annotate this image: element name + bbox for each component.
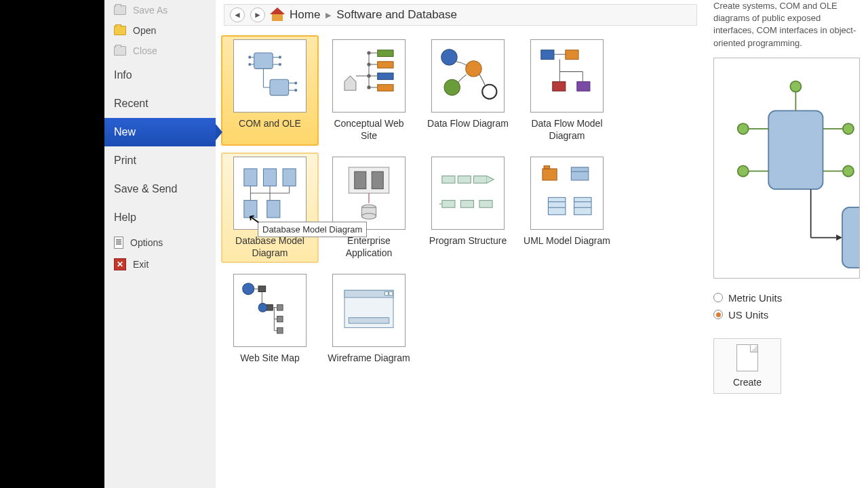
svg-point-15	[294, 89, 297, 92]
menu-info[interactable]: Info	[104, 61, 216, 89]
svg-rect-70	[548, 197, 565, 214]
menu-close: Close	[104, 41, 216, 61]
svg-rect-92	[389, 291, 393, 295]
menu-save-send[interactable]: Save & Send	[104, 175, 216, 203]
svg-rect-64	[479, 201, 492, 208]
template-label: Conceptual Web Site	[324, 118, 414, 142]
svg-point-101	[843, 123, 854, 134]
template-thumb	[530, 39, 604, 113]
nav-back-button[interactable]: ◄	[230, 7, 245, 22]
svg-point-31	[466, 61, 481, 77]
svg-rect-19	[378, 85, 393, 92]
chevron-right-icon: ▶	[326, 11, 331, 20]
svg-point-76	[243, 283, 254, 295]
svg-rect-45	[283, 169, 296, 186]
svg-rect-60	[458, 176, 471, 184]
template-thumb	[530, 157, 604, 230]
template-label: Enterprise Application	[324, 235, 414, 259]
svg-rect-73	[574, 197, 591, 214]
svg-rect-18	[378, 73, 393, 80]
svg-rect-59	[442, 176, 455, 184]
radio-metric-units[interactable]: Metric Units	[713, 289, 860, 306]
svg-rect-43	[244, 169, 257, 186]
template-program-structure[interactable]: Program Structure	[419, 152, 517, 263]
svg-rect-77	[258, 286, 266, 291]
svg-rect-17	[378, 62, 393, 68]
menu-recent[interactable]: Recent	[104, 89, 216, 118]
svg-point-32	[444, 79, 460, 95]
svg-point-11	[279, 63, 281, 66]
menu-options[interactable]: Options	[104, 232, 216, 253]
template-enterprise-application[interactable]: Enterprise Application	[320, 152, 418, 263]
menu-print[interactable]: Print	[104, 146, 216, 175]
breadcrumb-category[interactable]: Software and Database	[336, 8, 457, 22]
template-data-flow-diagram[interactable]: Data Flow Diagram	[419, 35, 517, 146]
template-thumb	[233, 157, 307, 230]
svg-rect-67	[544, 166, 549, 169]
template-description: Create systems, COM and OLE diagrams of …	[713, 0, 860, 49]
svg-point-13	[294, 81, 297, 84]
svg-marker-107	[836, 235, 842, 241]
tooltip: Database Model Diagram	[258, 222, 367, 237]
svg-rect-81	[277, 305, 283, 310]
main-area: ◄ ► Home ▶ Software and Database	[216, 0, 868, 488]
svg-point-9	[279, 56, 281, 58]
menu-label: Exit	[133, 259, 149, 270]
svg-point-33	[482, 85, 496, 99]
svg-rect-83	[277, 327, 283, 333]
template-wireframe-diagram[interactable]: Wireframe Diagram	[320, 270, 418, 369]
menu-exit[interactable]: ✕ Exit	[104, 253, 216, 275]
menu-label: Save As	[133, 5, 167, 16]
template-database-model-diagram[interactable]: Database Model Diagram ↖ Database Model …	[221, 152, 319, 263]
svg-rect-44	[263, 169, 276, 186]
svg-point-99	[738, 165, 749, 176]
radio-us-units[interactable]: US Units	[713, 306, 860, 323]
radio-icon	[713, 310, 723, 319]
svg-rect-68	[571, 167, 588, 180]
menu-open[interactable]: Open	[104, 20, 216, 41]
create-label: Create	[733, 377, 762, 388]
svg-rect-91	[384, 291, 388, 295]
options-icon	[114, 237, 123, 249]
blank-document-icon	[736, 344, 758, 371]
svg-rect-36	[553, 81, 566, 91]
svg-rect-108	[842, 207, 859, 268]
template-com-and-ole[interactable]: COM and OLE	[221, 35, 319, 146]
svg-point-6	[248, 63, 251, 66]
menu-help[interactable]: Help	[104, 203, 216, 232]
template-preview	[713, 58, 860, 279]
menu-label: Close	[133, 45, 157, 56]
folder-open-icon	[114, 26, 126, 35]
menu-save-as: Save As	[104, 0, 216, 20]
template-label: COM and OLE	[237, 118, 302, 130]
template-data-flow-model-diagram[interactable]: Data Flow Model Diagram	[518, 35, 616, 146]
radio-label: Metric Units	[728, 292, 782, 304]
radio-icon	[713, 293, 723, 302]
template-uml-model-diagram[interactable]: UML Model Diagram	[518, 152, 616, 263]
template-web-site-map[interactable]: Web Site Map	[221, 270, 319, 369]
template-thumb	[332, 274, 406, 347]
svg-rect-16	[378, 50, 393, 57]
home-icon[interactable]	[271, 9, 284, 21]
create-button[interactable]: Create	[713, 338, 781, 394]
svg-rect-53	[355, 171, 366, 188]
template-label: Data Flow Model Diagram	[522, 118, 612, 142]
svg-rect-63	[460, 201, 473, 208]
template-conceptual-web-site[interactable]: Conceptual Web Site	[320, 35, 418, 146]
svg-rect-0	[254, 53, 273, 68]
template-label: UML Model Diagram	[522, 235, 612, 247]
svg-rect-62	[442, 201, 455, 208]
menu-label: Open	[133, 25, 156, 36]
template-thumb	[233, 39, 307, 113]
nav-forward-button[interactable]: ►	[250, 7, 265, 22]
menu-new[interactable]: New	[104, 118, 216, 146]
menu-label: Options	[130, 237, 163, 248]
breadcrumb: ◄ ► Home ▶ Software and Database	[224, 4, 697, 26]
template-label: Wireframe Diagram	[326, 352, 411, 365]
template-thumb	[431, 157, 505, 230]
svg-point-95	[790, 81, 801, 92]
folder-close-icon	[114, 46, 126, 56]
svg-point-97	[738, 123, 749, 134]
breadcrumb-home[interactable]: Home	[290, 8, 320, 22]
preview-panel: Create systems, COM and OLE diagrams of …	[705, 0, 868, 488]
